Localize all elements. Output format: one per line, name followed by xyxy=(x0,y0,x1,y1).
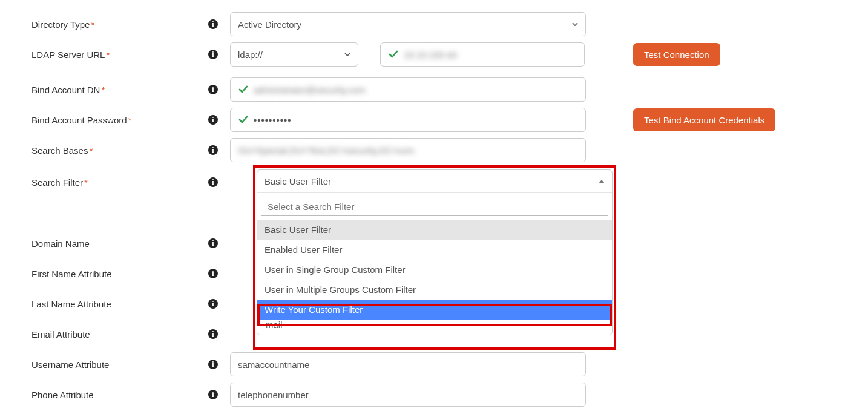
label-bind-dn: Bind Account DN* xyxy=(0,85,194,95)
input-value: •••••••••• xyxy=(254,115,292,125)
ldap-host-input[interactable]: 10.10.100.44 xyxy=(380,42,585,67)
label-text: Username Attribute xyxy=(31,360,109,370)
info-icon[interactable]: i xyxy=(208,360,218,369)
info-icon[interactable]: i xyxy=(208,145,218,155)
info-icon[interactable]: i xyxy=(208,269,218,278)
directory-type-select[interactable]: Active Directory xyxy=(230,12,586,36)
label-search-filter: Search Filter* xyxy=(0,177,194,188)
label-text: Bind Account Password xyxy=(31,115,127,125)
info-icon[interactable]: i xyxy=(208,50,218,59)
label-text: Bind Account DN xyxy=(31,85,100,95)
label-last-name-attr: Last Name Attribute xyxy=(0,299,194,309)
info-icon[interactable]: i xyxy=(208,19,218,29)
dropdown-selected-text: Basic User Filter xyxy=(265,176,331,186)
required-marker: * xyxy=(84,177,88,188)
input-value: samaccountname xyxy=(238,360,309,370)
label-first-name-attr: First Name Attribute xyxy=(0,269,194,279)
row-bind-dn: Bind Account DN* i administrator@securit… xyxy=(0,77,868,102)
dropdown-search-input[interactable] xyxy=(261,197,608,216)
dropdown-selected[interactable]: Basic User Filter xyxy=(257,170,612,193)
label-text: Domain Name xyxy=(31,238,90,249)
dropdown-option[interactable]: Basic User Filter xyxy=(257,220,612,240)
input-value: administrator@security.com xyxy=(254,85,366,95)
label-username-attr: Username Attribute xyxy=(0,360,194,370)
label-text: Phone Attribute xyxy=(31,390,94,400)
input-value: 10.10.100.44 xyxy=(404,50,457,60)
label-text: Search Filter xyxy=(31,177,83,188)
dropdown-tail-text: mail xyxy=(257,320,612,335)
info-icon[interactable]: i xyxy=(208,299,218,309)
ldap-protocol-select[interactable]: ldap:// xyxy=(230,42,358,67)
triangle-up-icon xyxy=(599,180,605,183)
dropdown-option[interactable]: User in Single Group Custom Filter xyxy=(257,260,612,280)
label-domain-name: Domain Name xyxy=(0,238,194,249)
label-phone-attr: Phone Attribute xyxy=(0,390,194,400)
dropdown-option[interactable]: Write Your Custom Filter xyxy=(257,300,612,320)
phone-attr-input[interactable]: telephonenumber xyxy=(230,383,586,407)
test-connection-button[interactable]: Test Connection xyxy=(633,43,720,66)
info-icon[interactable]: i xyxy=(208,115,218,125)
input-value: OU=Special,OU=Test,DC=security,DC=com xyxy=(238,145,414,156)
row-ldap-url: LDAP Server URL* i ldap:// 10.10.100.44 … xyxy=(0,42,868,67)
label-email-attr: Email Attribute xyxy=(0,329,194,340)
required-marker: * xyxy=(89,145,93,156)
row-bind-pw: Bind Account Password* i •••••••••• Test… xyxy=(0,108,868,132)
label-text: Last Name Attribute xyxy=(31,299,111,309)
select-value: Active Directory xyxy=(238,19,301,30)
label-text: Email Attribute xyxy=(31,329,90,340)
label-text: Search Bases xyxy=(31,145,88,156)
input-value: telephonenumber xyxy=(238,390,309,400)
required-marker: * xyxy=(128,115,132,125)
required-marker: * xyxy=(106,50,110,60)
info-icon[interactable]: i xyxy=(208,177,218,187)
row-phone-attr: Phone Attribute i telephonenumber xyxy=(0,383,868,407)
row-directory-type: Directory Type* i Active Directory xyxy=(0,12,868,36)
row-username-attr: Username Attribute i samaccountname xyxy=(0,352,868,376)
info-icon[interactable]: i xyxy=(208,85,218,94)
info-icon[interactable]: i xyxy=(208,238,218,248)
label-text: LDAP Server URL xyxy=(31,50,105,60)
bind-dn-input[interactable]: administrator@security.com xyxy=(230,77,586,102)
search-bases-input[interactable]: OU=Special,OU=Test,DC=security,DC=com xyxy=(230,138,586,162)
label-directory-type: Directory Type* xyxy=(0,19,194,30)
required-marker: * xyxy=(91,19,94,30)
label-bind-pw: Bind Account Password* xyxy=(0,115,194,125)
check-icon xyxy=(388,49,399,60)
dropdown-option[interactable]: Enabled User Filter xyxy=(257,240,612,260)
username-attr-input[interactable]: samaccountname xyxy=(230,352,586,376)
select-value: ldap:// xyxy=(238,50,263,60)
row-search-bases: Search Bases* i OU=Special,OU=Test,DC=se… xyxy=(0,138,868,162)
label-text: Directory Type xyxy=(31,19,90,30)
dropdown-option[interactable]: User in Multiple Groups Custom Filter xyxy=(257,280,612,300)
info-icon[interactable]: i xyxy=(208,390,218,399)
label-search-bases: Search Bases* xyxy=(0,145,194,156)
required-marker: * xyxy=(101,85,105,95)
ldap-config-form: Directory Type* i Active Directory LDAP … xyxy=(0,0,868,414)
bind-pw-input[interactable]: •••••••••• xyxy=(230,108,586,132)
info-icon[interactable]: i xyxy=(208,329,218,339)
test-bind-button[interactable]: Test Bind Account Credentials xyxy=(633,108,775,131)
label-ldap-url: LDAP Server URL* xyxy=(0,50,194,60)
check-icon xyxy=(238,84,249,95)
check-icon xyxy=(238,114,249,125)
search-filter-dropdown[interactable]: Basic User Filter Basic User Filter Enab… xyxy=(257,169,613,335)
label-text: First Name Attribute xyxy=(31,269,112,279)
dropdown-search-wrap xyxy=(257,193,612,220)
